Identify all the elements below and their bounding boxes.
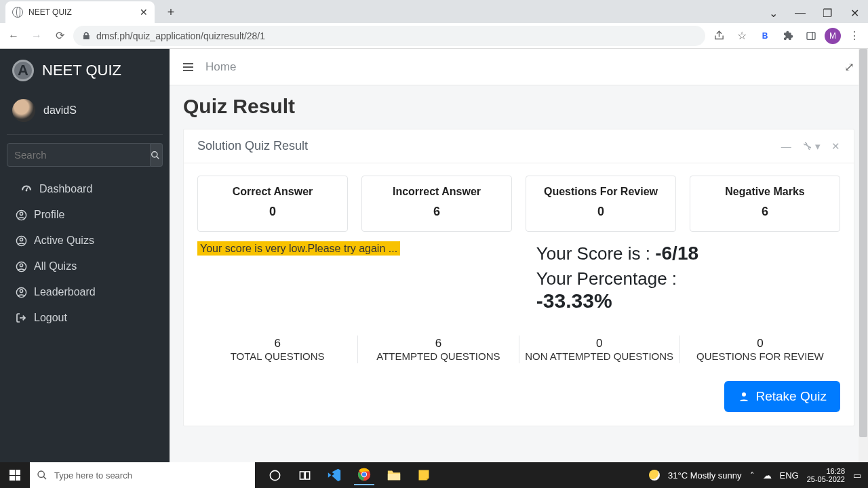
windows-taskbar: Type here to search 31°C Mostly sunny ˄ … [0,462,868,488]
svg-point-9 [20,238,22,241]
breadcrumb[interactable]: Home [205,60,236,74]
share-icon[interactable] [709,26,728,45]
svg-point-16 [38,471,44,477]
hamburger-icon[interactable] [183,63,193,71]
sidebar-item-label: All Quizs [34,260,77,272]
ime-indicator[interactable]: ENG [780,470,799,481]
sidebar-item-profile[interactable]: Profile [0,202,170,228]
stat-correct: Correct Answer 0 [197,176,348,232]
sidebar-item-all-quizs[interactable]: All Quizs [0,253,170,279]
sidebar-item-label: Dashboard [39,183,92,195]
stat-value: 0 [532,205,670,219]
task-view-icon[interactable] [294,465,315,485]
vscode-icon[interactable] [324,465,344,485]
svg-point-2 [152,151,157,157]
stat-value: 6 [368,205,506,219]
forward-button[interactable]: → [27,26,46,45]
taskbar-search[interactable]: Type here to search [30,462,255,488]
logout-icon [15,312,27,323]
url-bar[interactable]: 🔒︎ dmsf.ph/quiz_application/quizresult/2… [73,26,705,46]
summary-nonattempted: 0 NON ATTEMPTED QUESTIONS [519,336,679,363]
user-icon [738,390,750,403]
tray-cloud-icon[interactable]: ☁ [763,470,772,481]
main-area: Home ⤢ Quiz Result Solution Quiz Result … [170,49,868,462]
cortana-icon[interactable] [264,465,285,485]
globe-icon [12,7,23,18]
user-icon [15,261,27,272]
your-score: Your Score is : -6/18 [536,243,840,264]
browser-tab-active[interactable]: NEET QUIZ ✕ [5,1,155,23]
extensions-icon[interactable] [778,26,797,45]
sidebar-item-label: Leaderboard [34,286,96,298]
panel-close-icon[interactable]: ✕ [831,140,840,152]
panel-minimize-icon[interactable]: — [781,140,791,152]
dashboard-icon [20,184,33,194]
profile-avatar[interactable]: M [825,28,841,44]
sidebar-item-label: Active Quizs [34,235,94,247]
action-center-icon[interactable]: ▭ [853,470,861,481]
fullscreen-icon[interactable]: ⤢ [844,60,854,75]
chevron-down-icon[interactable]: ⌄ [760,3,787,23]
url-text: dmsf.ph/quiz_application/quizresult/28/1 [96,30,265,41]
weather-icon [649,470,660,481]
user-name: davidS [43,104,77,117]
stat-negative: Negative Marks 6 [690,176,840,232]
new-tab-button[interactable]: + [163,4,179,20]
stat-value: 0 [203,205,342,219]
scrollbar-thumb[interactable] [859,49,867,437]
svg-rect-5 [26,187,28,190]
search-icon [151,150,160,160]
reload-button[interactable]: ⟳ [50,26,69,45]
window-minimize-button[interactable]: ― [787,3,814,23]
window-close-button[interactable]: ✕ [841,3,868,23]
panel-title: Solution Quiz Result [197,139,308,153]
summary-attempted: 6 ATTEMPTED QUESTIONS [357,336,518,363]
lock-icon: 🔒︎ [81,30,91,41]
scrollbar[interactable] [859,49,868,462]
search-button[interactable] [151,143,163,167]
page-title: Quiz Result [170,85,868,123]
sidepanel-icon[interactable] [802,26,821,45]
svg-point-23 [362,472,366,476]
stat-label: Incorrect Answer [368,186,506,198]
sidebar-item-logout[interactable]: Logout [0,305,170,331]
summary-review: 0 QUESTIONS FOR REVIEW [679,336,840,363]
search-input[interactable] [7,143,151,167]
sticky-notes-icon[interactable] [414,465,434,485]
tab-title: NEET QUIZ [28,7,72,17]
extension-b[interactable]: B [755,26,774,45]
sidebar-search [7,143,163,167]
close-tab-icon[interactable]: ✕ [140,7,148,18]
svg-line-3 [157,156,159,159]
divider [7,134,163,135]
tray-chevron-icon[interactable]: ˄ [750,470,755,481]
menu-icon[interactable]: ⋮ [845,26,864,45]
back-button[interactable]: ← [4,26,23,45]
sidebar-item-active-quizs[interactable]: Active Quizs [0,228,170,253]
svg-point-7 [20,212,22,215]
browser-toolbar: ← → ⟳ 🔒︎ dmsf.ph/quiz_application/quizre… [0,23,868,49]
sidebar-item-leaderboard[interactable]: Leaderboard [0,279,170,305]
stat-label: Correct Answer [203,186,342,198]
user-icon [15,287,27,298]
retake-quiz-button[interactable]: Retake Quiz [724,381,840,412]
weather-text[interactable]: 31°C Mostly sunny [668,470,742,481]
stats-row: Correct Answer 0 Incorrect Answer 6 Ques… [184,163,854,243]
sidebar-user[interactable]: davidS [0,92,170,134]
svg-rect-19 [300,471,304,479]
panel-header: Solution Quiz Result — 🔧︎ ▾ ✕ [184,129,854,163]
svg-point-13 [20,289,22,292]
file-explorer-icon[interactable] [384,465,404,485]
stat-label: Questions For Review [532,186,670,198]
window-restore-button[interactable]: ❐ [814,3,841,23]
chrome-icon[interactable] [354,465,374,485]
svg-point-15 [742,392,746,396]
start-button[interactable] [0,462,30,488]
sidebar: A NEET QUIZ davidS Dashboard [0,49,170,462]
brand[interactable]: A NEET QUIZ [0,49,170,92]
stat-label: Negative Marks [696,186,834,198]
sidebar-item-dashboard[interactable]: Dashboard [0,176,170,202]
system-clock[interactable]: 16:28 25-05-2022 [807,467,845,483]
bookmark-icon[interactable]: ☆ [732,26,751,45]
panel-settings-icon[interactable]: 🔧︎ ▾ [802,140,821,152]
